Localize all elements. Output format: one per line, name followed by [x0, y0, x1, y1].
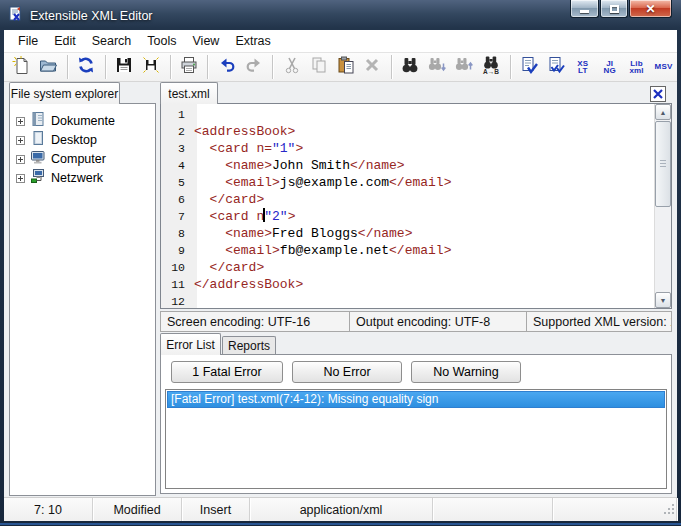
- menu-view[interactable]: View: [185, 32, 228, 50]
- tab-error-list[interactable]: Error List: [160, 333, 221, 355]
- code-line[interactable]: 8 <name>Fred Bloggs</name>: [161, 225, 654, 242]
- status-caret-position: 7: 10: [4, 498, 93, 521]
- toolbar-separator: [105, 55, 106, 79]
- line-number: 10: [161, 259, 191, 276]
- expand-plus-icon[interactable]: [16, 131, 25, 149]
- scroll-up-icon[interactable]: ▲: [655, 104, 671, 120]
- scrollbar-thumb[interactable]: [655, 121, 671, 207]
- open-file-button[interactable]: [36, 54, 61, 80]
- code-line[interactable]: 4 <name>John Smith</name>: [161, 157, 654, 174]
- expand-plus-icon[interactable]: [16, 150, 25, 168]
- validate-icon: [519, 55, 539, 79]
- find-prev-button[interactable]: [452, 54, 477, 80]
- line-content: </addressBook>: [191, 276, 303, 293]
- scroll-down-icon[interactable]: ▼: [655, 292, 671, 308]
- error-entry[interactable]: [Fatal Error] test.xml(7:4-12): Missing …: [167, 391, 665, 408]
- jing-button[interactable]: JI NG: [597, 54, 622, 80]
- find-prev-icon: [454, 55, 474, 79]
- minimize-button[interactable]: [570, 0, 599, 18]
- svg-text:A→B: A→B: [483, 68, 499, 75]
- find-next-button[interactable]: [425, 54, 450, 80]
- undo-icon: [217, 55, 237, 79]
- title-bar[interactable]: Extensible XML Editor ✕: [0, 0, 681, 30]
- refresh-icon: [76, 55, 96, 79]
- line-number: 8: [161, 225, 191, 242]
- tree-item-netzwerk[interactable]: Netzwerk: [10, 168, 155, 187]
- find-icon: [400, 55, 420, 79]
- menu-search[interactable]: Search: [84, 32, 140, 50]
- code-line[interactable]: 10 </card>: [161, 259, 654, 276]
- line-content: <name>John Smith</name>: [191, 157, 405, 174]
- code-line[interactable]: 7 <card n"2">: [161, 208, 654, 225]
- xslt-button[interactable]: XS LT: [570, 54, 595, 80]
- xslt-icon: XS LT: [577, 60, 588, 75]
- save-button[interactable]: [112, 54, 137, 80]
- code-line[interactable]: 12: [161, 293, 654, 309]
- line-number: 7: [161, 208, 191, 225]
- no-error-button[interactable]: No Error: [292, 361, 402, 383]
- menu-tools[interactable]: Tools: [139, 32, 184, 50]
- tree-item-dokumente[interactable]: Dokumente: [10, 111, 155, 130]
- redo-button[interactable]: [241, 54, 266, 80]
- explorer-tab-label: File system explorer: [11, 87, 118, 101]
- code-line[interactable]: 1: [161, 106, 654, 123]
- code-line[interactable]: 5 <email>js@example.com</email>: [161, 174, 654, 191]
- code-line[interactable]: 6 </card>: [161, 191, 654, 208]
- xml-editor[interactable]: 12<addressBook>3 <card n="1">4 <name>Joh…: [160, 103, 672, 309]
- paste-button[interactable]: [333, 54, 358, 80]
- close-button[interactable]: ✕: [629, 0, 672, 18]
- tree-item-label: Desktop: [51, 133, 97, 147]
- code-line[interactable]: 11</addressBook>: [161, 276, 654, 293]
- close-icon: ✕: [645, 1, 655, 17]
- line-number: 5: [161, 174, 191, 191]
- cut-button[interactable]: [279, 54, 304, 80]
- msv-button[interactable]: MSV: [651, 54, 676, 80]
- tree-item-computer[interactable]: Computer: [10, 149, 155, 168]
- refresh-button[interactable]: [74, 54, 99, 80]
- save-as-button[interactable]: [139, 54, 164, 80]
- undo-button[interactable]: [214, 54, 239, 80]
- print-button[interactable]: [177, 54, 202, 80]
- code-line[interactable]: 9 <email>fb@example.net</email>: [161, 242, 654, 259]
- window-controls: ✕: [569, 0, 672, 18]
- copy-icon: [309, 55, 329, 79]
- maximize-button[interactable]: [600, 0, 628, 18]
- minimize-icon: [580, 10, 589, 13]
- reports-tab-label: Reports: [228, 339, 270, 353]
- line-number: 12: [161, 293, 191, 309]
- error-list-tab-label: Error List: [166, 338, 215, 352]
- new-file-button[interactable]: [9, 54, 34, 80]
- delete-button[interactable]: [360, 54, 385, 80]
- code-line[interactable]: 3 <card n="1">: [161, 140, 654, 157]
- computer-icon: [30, 149, 46, 169]
- editor-tab-label: test.xml: [168, 87, 209, 101]
- toolbar-separator: [67, 55, 68, 79]
- tab-reports[interactable]: Reports: [222, 336, 276, 355]
- resize-grip[interactable]: [663, 501, 675, 519]
- tab-file-system-explorer[interactable]: File system explorer: [9, 82, 120, 104]
- tree-item-label: Dokumente: [51, 114, 115, 128]
- copy-button[interactable]: [306, 54, 331, 80]
- menu-edit[interactable]: Edit: [46, 32, 84, 50]
- close-tab-button[interactable]: [650, 86, 666, 102]
- line-content: [191, 106, 194, 123]
- menu-file[interactable]: File: [10, 32, 46, 50]
- tree-item-desktop[interactable]: Desktop: [10, 130, 155, 149]
- no-warning-button[interactable]: No Warning: [411, 361, 521, 383]
- replace-icon: A→B: [481, 55, 501, 79]
- line-content: <email>fb@example.net</email>: [191, 242, 451, 259]
- delete-icon: [362, 55, 382, 79]
- replace-button[interactable]: A→B: [479, 54, 504, 80]
- menu-extras[interactable]: Extras: [227, 32, 278, 50]
- error-panel: 1 Fatal ErrorNo ErrorNo Warning [Fatal E…: [160, 354, 672, 494]
- libxml-button[interactable]: Lib xml: [624, 54, 649, 80]
- expand-plus-icon[interactable]: [16, 112, 25, 130]
- expand-plus-icon[interactable]: [16, 169, 25, 187]
- tab-test-xml[interactable]: test.xml: [160, 82, 218, 104]
- find-button[interactable]: [398, 54, 423, 80]
- editor-scrollbar[interactable]: ▲ ▼: [654, 104, 671, 308]
- code-line[interactable]: 2<addressBook>: [161, 123, 654, 140]
- 1-fatal-error-button[interactable]: 1 Fatal Error: [171, 361, 283, 383]
- validate-all-button[interactable]: [543, 54, 568, 80]
- validate-button[interactable]: [517, 54, 542, 80]
